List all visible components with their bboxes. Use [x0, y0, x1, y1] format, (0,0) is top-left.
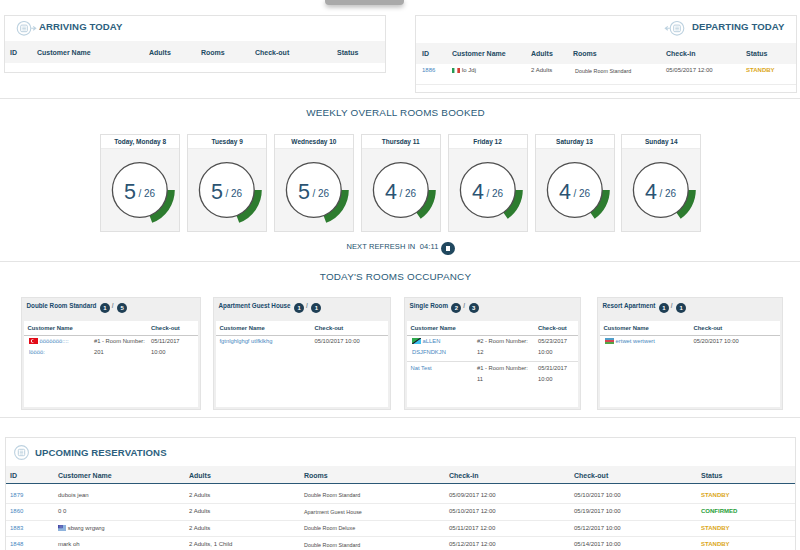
svg-text:4: 4 — [645, 180, 657, 204]
svg-text:/ 26: / 26 — [399, 188, 416, 199]
svg-text:5: 5 — [211, 180, 223, 204]
svg-text:5: 5 — [298, 180, 310, 204]
svg-text:/ 26: / 26 — [226, 188, 243, 199]
svg-text:/ 26: / 26 — [312, 188, 329, 199]
svg-text:/ 26: / 26 — [573, 188, 590, 199]
svg-text:4: 4 — [385, 180, 397, 204]
svg-text:4: 4 — [472, 180, 484, 204]
svg-text:4: 4 — [559, 180, 571, 204]
svg-text:/ 26: / 26 — [660, 188, 677, 199]
svg-text:5: 5 — [124, 180, 136, 204]
svg-text:/ 26: / 26 — [486, 188, 503, 199]
svg-text:/ 26: / 26 — [139, 188, 156, 199]
